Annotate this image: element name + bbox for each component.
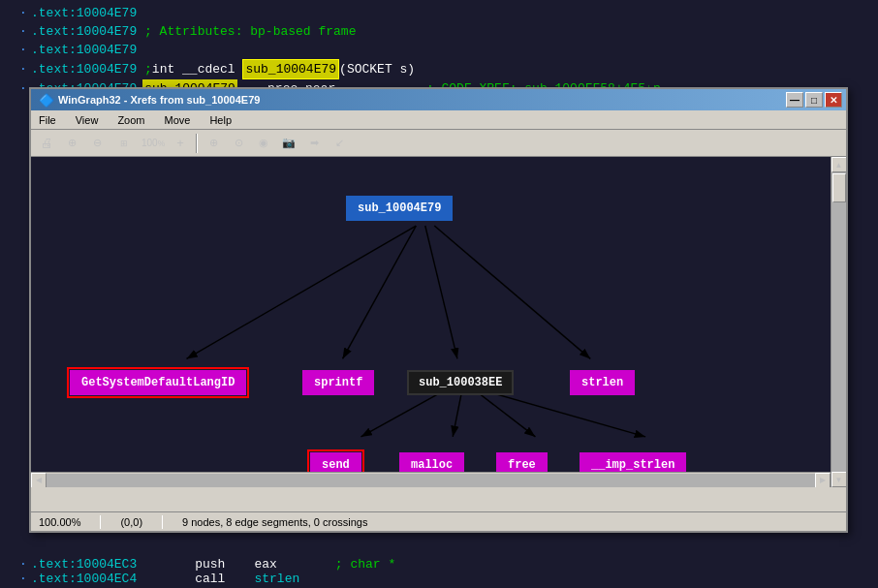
window-toolbar: 🖨 ⊕ ⊖ ⊞ 100% + ⊕ ⊙ ◉ 📷 ➡ ↙ [31,130,846,157]
push-arg: eax [254,557,276,572]
bullet-b2: · [19,572,27,586]
svg-line-3 [425,226,457,358]
window-titlebar: 🔷 WinGraph32 - Xrefs from sub_10004E79 —… [31,89,846,110]
code-line-1: · .text:10004E79 [19,4,878,22]
scrollbar-bottom[interactable]: ◀ ▶ [31,472,831,487]
svg-line-1 [186,226,416,358]
scroll-thumb-right[interactable] [832,173,846,202]
code-line-3: · .text:10004E79 [19,41,878,59]
bottom-code-lines: · .text:10004EC3 push eax ; char * · .te… [0,555,878,588]
char-comment: ; char * [335,557,395,572]
call-target: strlen [254,572,299,586]
zoom-level: 100.00% [39,516,80,528]
cdecl-text: __cdecl [174,60,242,78]
toolbar-fit[interactable]: ⊞ [110,133,138,154]
node-strlen[interactable]: strlen [570,370,635,395]
node-sprintf[interactable]: sprintf [302,370,374,395]
toolbar-arrow-dl[interactable]: ↙ [328,133,351,154]
toolbar-camera[interactable]: 📷 [277,133,300,154]
coords: (0,0) [120,516,142,528]
comment-semi: ; [137,60,152,78]
addr-2: .text:10004E79 [31,22,137,41]
close-button[interactable]: ✕ [825,92,842,108]
scroll-track-right [831,172,847,472]
window-controls[interactable]: — □ ✕ [786,92,842,108]
addr-4: .text:10004E79 [31,60,137,78]
node-getsystemdefaultlangid[interactable]: GetSystemDefaultLangID [70,370,246,395]
menu-zoom[interactable]: Zoom [113,112,148,128]
menu-help[interactable]: Help [205,112,235,128]
scroll-right-arrow[interactable]: ▶ [815,473,831,488]
node-root[interactable]: sub_10004E79 [346,196,453,221]
bullet-5: · [19,79,27,98]
addr-b1: .text:10004EC3 [31,557,137,572]
addr-b2: .text:10004EC4 [31,572,137,586]
toolbar-print[interactable]: 🖨 [35,133,58,154]
svg-line-4 [434,226,590,358]
toolbar-sep-1 [196,134,198,153]
code-line-4: · .text:10004E79 ; int __cdecl sub_10004… [19,59,878,79]
window-statusbar: 100.00% (0,0) 9 nodes, 8 edge segments, … [31,511,846,531]
addr-1: .text:10004E79 [31,4,137,22]
bottom-code-line-1: · .text:10004EC3 push eax ; char * [19,557,878,572]
status-divider-1 [100,515,101,529]
window-menubar: File View Zoom Move Help [31,110,846,130]
status-divider-2 [162,515,163,529]
toolbar-100[interactable]: 100% [140,133,167,154]
toolbar-zoom-in[interactable]: ⊕ [60,133,83,154]
svg-line-6 [453,391,461,437]
graph-info: 9 nodes, 8 edge segments, 0 crossings [182,516,367,528]
call-instr: call [195,572,225,586]
push-instr: push [195,557,225,572]
node-sub-100038ee[interactable]: sub_100038EE [407,370,514,395]
keyword-int: int [152,60,174,78]
func-highlight: sub_10004E79 [242,59,339,79]
toolbar-rotate[interactable]: ⊙ [227,133,250,154]
code-background: · .text:10004E79 · .text:10004E79 ; Attr… [0,0,878,588]
func-args: (SOCKET s) [339,60,415,78]
menu-file[interactable]: File [35,112,60,128]
toolbar-circle[interactable]: ◉ [252,133,275,154]
svg-line-7 [476,391,536,437]
scroll-down-arrow[interactable]: ▼ [831,472,847,487]
addr-3: .text:10004E79 [31,41,137,59]
bullet-3: · [19,41,27,59]
window-title: WinGraph32 - Xrefs from sub_10004E79 [58,94,260,106]
bullet-2: · [19,22,27,41]
svg-line-5 [361,391,443,437]
toolbar-crosshair[interactable]: ⊕ [202,133,225,154]
title-area: 🔷 WinGraph32 - Xrefs from sub_10004E79 [39,93,260,108]
bullet-b1: · [19,557,27,572]
minimize-button[interactable]: — [786,92,803,108]
scroll-up-arrow[interactable]: ▲ [831,157,847,172]
svg-line-2 [343,226,417,358]
svg-line-8 [485,391,645,437]
toolbar-arrow-right[interactable]: ➡ [302,133,326,154]
bullet-4: · [19,60,27,78]
menu-move[interactable]: Move [161,112,195,128]
toolbar-zoom-out[interactable]: ⊖ [85,133,109,154]
maximize-button[interactable]: □ [805,92,823,108]
wingraph-window: 🔷 WinGraph32 - Xrefs from sub_10004E79 —… [29,87,848,533]
code-line-2: · .text:10004E79 ; Attributes: bp-based … [19,22,878,41]
bullet-1: · [19,4,27,22]
scroll-left-arrow[interactable]: ◀ [31,473,47,488]
scrollbar-right[interactable]: ▲ ▼ [831,157,846,487]
window-icon: 🔷 [39,93,54,108]
menu-view[interactable]: View [72,112,103,128]
bottom-code-line-2: · .text:10004EC4 call strlen [19,572,878,586]
graph-canvas: sub_10004E79 GetSystemDefaultLangID spri… [31,157,846,487]
toolbar-plus[interactable]: + [169,133,192,154]
scroll-track-bottom [47,474,815,487]
comment-2: ; Attributes: bp-based frame [137,22,356,41]
